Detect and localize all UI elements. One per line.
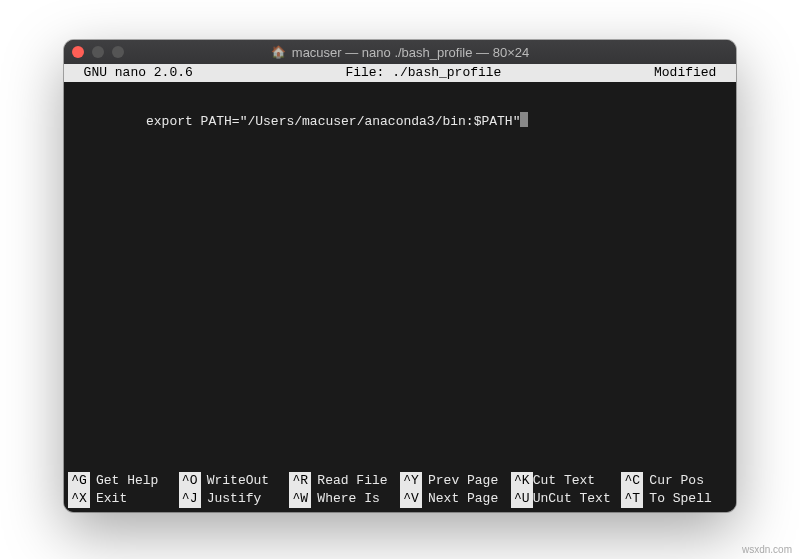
shortcut-cut-text[interactable]: ^K Cut Text (511, 472, 622, 490)
shortcut-label: Get Help (96, 472, 158, 490)
editor-line[interactable]: export PATH="/Users/macuser/anaconda3/bi… (68, 94, 732, 149)
terminal-window: 🏠 macuser — nano ./bash_profile — 80×24 … (64, 40, 736, 512)
shortcut-row-2: ^X Exit ^J Justify ^W Where Is ^V Next P… (68, 490, 732, 508)
shortcut-key: ^J (179, 490, 201, 508)
shortcut-label: UnCut Text (533, 490, 611, 508)
shortcut-writeout[interactable]: ^O WriteOut (179, 472, 290, 490)
shortcut-label: Justify (207, 490, 262, 508)
shortcut-key: ^G (68, 472, 90, 490)
shortcut-get-help[interactable]: ^G Get Help (68, 472, 179, 490)
shortcut-key: ^V (400, 490, 422, 508)
window-title-text: macuser — nano ./bash_profile — 80×24 (292, 45, 529, 60)
shortcut-where-is[interactable]: ^W Where Is (289, 490, 400, 508)
shortcut-label: Cur Pos (649, 472, 704, 490)
nano-shortcut-bar: ^G Get Help ^O WriteOut ^R Read File ^Y … (64, 472, 736, 512)
editor-area[interactable]: export PATH="/Users/macuser/anaconda3/bi… (64, 82, 736, 472)
shortcut-label: Next Page (428, 490, 498, 508)
titlebar[interactable]: 🏠 macuser — nano ./bash_profile — 80×24 (64, 40, 736, 64)
shortcut-label: Prev Page (428, 472, 498, 490)
close-icon[interactable] (72, 46, 84, 58)
shortcut-key: ^W (289, 490, 311, 508)
home-icon: 🏠 (271, 45, 286, 59)
shortcut-exit[interactable]: ^X Exit (68, 490, 179, 508)
shortcut-label: Exit (96, 490, 127, 508)
shortcut-key: ^X (68, 490, 90, 508)
shortcut-label: Where Is (317, 490, 379, 508)
nano-file-name: File: ./bash_profile (193, 64, 654, 82)
window-title: 🏠 macuser — nano ./bash_profile — 80×24 (64, 45, 736, 60)
shortcut-label: Read File (317, 472, 387, 490)
shortcut-key: ^U (511, 490, 533, 508)
shortcut-next-page[interactable]: ^V Next Page (400, 490, 511, 508)
shortcut-read-file[interactable]: ^R Read File (289, 472, 400, 490)
editor-line-text: export PATH="/Users/macuser/anaconda3/bi… (146, 114, 520, 129)
shortcut-prev-page[interactable]: ^Y Prev Page (400, 472, 511, 490)
shortcut-label: To Spell (649, 490, 711, 508)
shortcut-to-spell[interactable]: ^T To Spell (621, 490, 732, 508)
nano-modified: Modified (654, 64, 736, 82)
minimize-icon[interactable] (92, 46, 104, 58)
shortcut-label: Cut Text (533, 472, 595, 490)
shortcut-uncut-text[interactable]: ^U UnCut Text (511, 490, 622, 508)
cursor (520, 112, 528, 127)
shortcut-label: WriteOut (207, 472, 269, 490)
nano-version: GNU nano 2.0.6 (64, 64, 193, 82)
maximize-icon[interactable] (112, 46, 124, 58)
shortcut-key: ^O (179, 472, 201, 490)
shortcut-key: ^C (621, 472, 643, 490)
shortcut-row-1: ^G Get Help ^O WriteOut ^R Read File ^Y … (68, 472, 732, 490)
nano-infobar: GNU nano 2.0.6 File: ./bash_profile Modi… (64, 64, 736, 82)
shortcut-cur-pos[interactable]: ^C Cur Pos (621, 472, 732, 490)
shortcut-key: ^K (511, 472, 533, 490)
traffic-lights (72, 46, 124, 58)
shortcut-key: ^Y (400, 472, 422, 490)
shortcut-justify[interactable]: ^J Justify (179, 490, 290, 508)
terminal-body[interactable]: GNU nano 2.0.6 File: ./bash_profile Modi… (64, 64, 736, 512)
shortcut-key: ^R (289, 472, 311, 490)
watermark: wsxdn.com (742, 544, 792, 555)
shortcut-key: ^T (621, 490, 643, 508)
